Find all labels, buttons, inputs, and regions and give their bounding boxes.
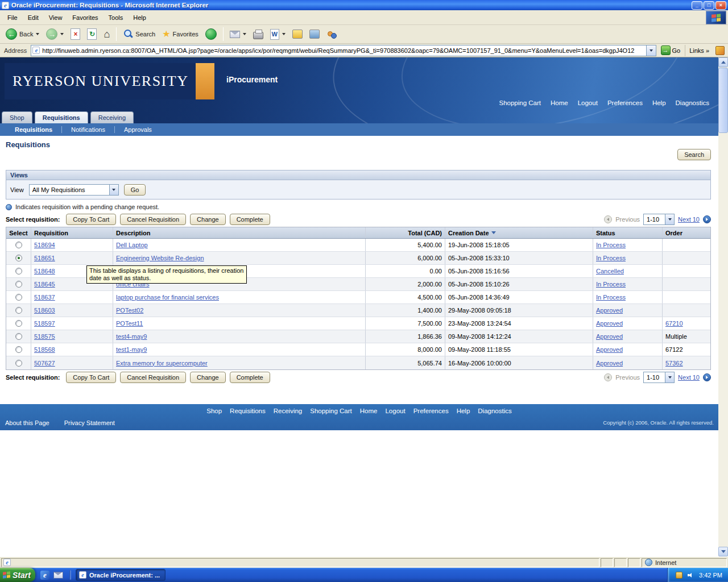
banner-nav-link[interactable]: Help xyxy=(652,99,666,106)
page-range-select[interactable]: 1-10 xyxy=(643,214,675,225)
requisition-link[interactable]: 518637 xyxy=(34,294,55,301)
copy-to-cart-button[interactable]: Copy To Cart xyxy=(66,372,116,383)
print-button[interactable] xyxy=(250,26,266,42)
order-cell[interactable]: 57362 xyxy=(665,360,683,367)
edit-button[interactable]: W xyxy=(267,26,288,42)
requisition-link[interactable]: 518568 xyxy=(34,346,55,353)
page-range-dropdown-icon[interactable] xyxy=(665,214,674,225)
search-button[interactable]: Search xyxy=(677,149,711,160)
select-radio[interactable] xyxy=(15,320,22,327)
next-page-icon[interactable] xyxy=(703,373,711,381)
status-link[interactable]: Approved xyxy=(596,346,623,353)
menu-item[interactable]: Help xyxy=(128,12,151,23)
stop-button[interactable]: × xyxy=(68,26,83,42)
change-button[interactable]: Change xyxy=(190,214,226,225)
tab[interactable]: Receiving xyxy=(90,111,134,123)
status-link[interactable]: Cancelled xyxy=(596,268,624,275)
select-radio[interactable] xyxy=(15,346,22,353)
page-range-select[interactable]: 1-10 xyxy=(643,372,675,383)
requisition-link[interactable]: 507627 xyxy=(34,360,55,367)
status-link[interactable]: Approved xyxy=(596,320,623,327)
menu-item[interactable]: Edit xyxy=(23,12,44,23)
address-input[interactable]: e http://finuweb.admin.ryerson.ca:8007/O… xyxy=(31,45,656,56)
cancel-requisition-button[interactable]: Cancel Requisition xyxy=(120,214,186,225)
menu-item[interactable]: Tools xyxy=(104,12,129,23)
column-creation-date[interactable]: Creation Date xyxy=(445,227,593,238)
order-cell[interactable]: 67122 xyxy=(665,346,683,353)
requisition-link[interactable]: 518597 xyxy=(34,320,55,327)
order-cell[interactable]: Multiple xyxy=(665,333,687,340)
requisition-link[interactable]: 518651 xyxy=(34,255,55,261)
description-link[interactable]: Extra memory for supercomputer xyxy=(116,360,208,367)
description-link[interactable]: POTest02 xyxy=(116,307,143,314)
status-link[interactable]: In Process xyxy=(596,294,626,301)
quick-launch-ie-icon[interactable]: e xyxy=(40,571,49,580)
refresh-button[interactable]: ↻ xyxy=(84,26,100,42)
select-radio[interactable] xyxy=(15,307,22,314)
mail-dropdown-icon[interactable] xyxy=(243,33,246,35)
footer-nav-link[interactable]: Diagnostics xyxy=(478,408,511,414)
menu-item[interactable]: Favorites xyxy=(67,12,103,23)
select-radio[interactable] xyxy=(15,360,22,367)
menu-item[interactable]: File xyxy=(2,12,23,23)
cancel-requisition-button[interactable]: Cancel Requisition xyxy=(120,372,186,383)
subnav-item[interactable]: Notifications xyxy=(61,126,114,133)
description-link[interactable]: laptop purchase for financial services xyxy=(116,294,219,301)
description-link[interactable]: Engineering Website Re-design xyxy=(116,255,204,261)
requisition-link[interactable]: 518575 xyxy=(34,333,55,340)
status-link[interactable]: In Process xyxy=(596,242,626,248)
requisition-link[interactable]: 518645 xyxy=(34,281,55,288)
footer-nav-link[interactable]: Preferences xyxy=(413,408,449,414)
banner-nav-link[interactable]: Diagnostics xyxy=(676,99,709,106)
quick-launch-mail-icon[interactable] xyxy=(53,572,63,579)
address-url[interactable]: http://finuweb.admin.ryerson.ca:8007/OA_… xyxy=(42,47,643,54)
scrollbar-thumb[interactable] xyxy=(718,68,728,133)
subnav-item[interactable]: Approvals xyxy=(114,126,161,133)
home-button[interactable]: ⌂ xyxy=(101,26,113,42)
links-button[interactable]: Links » xyxy=(685,45,713,56)
media-button[interactable] xyxy=(202,26,220,42)
status-link[interactable]: In Process xyxy=(596,281,626,288)
select-radio[interactable] xyxy=(15,255,22,261)
complete-button[interactable]: Complete xyxy=(230,214,270,225)
requisition-link[interactable]: 518694 xyxy=(34,242,55,248)
edit-dropdown-icon[interactable] xyxy=(282,33,286,35)
order-cell[interactable]: 67210 xyxy=(665,320,683,327)
select-radio[interactable] xyxy=(15,242,22,248)
select-radio[interactable] xyxy=(15,333,22,340)
start-button[interactable]: Start xyxy=(0,568,35,582)
maximize-button[interactable]: □ xyxy=(704,1,714,10)
mail-button[interactable] xyxy=(227,26,249,42)
view-go-button[interactable]: Go xyxy=(124,184,146,196)
footer-nav-link[interactable]: Shop xyxy=(206,408,222,414)
footer-nav-link[interactable]: Logout xyxy=(385,408,405,414)
requisition-link[interactable]: 518648 xyxy=(34,268,55,275)
description-link[interactable]: test1-may9 xyxy=(116,346,147,353)
discuss-button[interactable] xyxy=(289,26,305,42)
back-dropdown-icon[interactable] xyxy=(36,33,39,35)
tab[interactable]: Requisitions xyxy=(35,111,88,123)
scroll-down-button[interactable] xyxy=(718,547,728,556)
status-link[interactable]: Approved xyxy=(596,333,623,340)
research-button[interactable] xyxy=(307,26,322,42)
minimize-button[interactable]: _ xyxy=(692,1,702,10)
favorites-button[interactable]: ★ Favorites xyxy=(159,26,201,42)
description-link[interactable]: test4-may9 xyxy=(116,333,147,340)
footer-nav-link[interactable]: Receiving xyxy=(274,408,303,414)
close-button[interactable]: × xyxy=(715,1,726,10)
previous-page-icon[interactable] xyxy=(604,215,612,223)
copy-to-cart-button[interactable]: Copy To Cart xyxy=(66,214,116,225)
footer-nav-link[interactable]: Requisitions xyxy=(230,408,266,414)
status-link[interactable]: Approved xyxy=(596,307,623,314)
select-radio[interactable] xyxy=(15,281,22,288)
search-toolbar-button[interactable]: Search xyxy=(120,26,158,42)
about-this-page-link[interactable]: About this Page xyxy=(5,419,49,426)
footer-nav-link[interactable]: Home xyxy=(360,408,378,414)
next-page-icon[interactable] xyxy=(703,215,711,223)
view-select[interactable]: All My Requisitions xyxy=(29,184,119,196)
addon-icon[interactable] xyxy=(715,46,725,55)
banner-nav-link[interactable]: Preferences xyxy=(607,99,643,106)
back-button[interactable]: ← Back xyxy=(3,26,42,42)
description-link[interactable]: Dell Laptop xyxy=(116,242,148,248)
status-link[interactable]: Approved xyxy=(596,360,623,367)
